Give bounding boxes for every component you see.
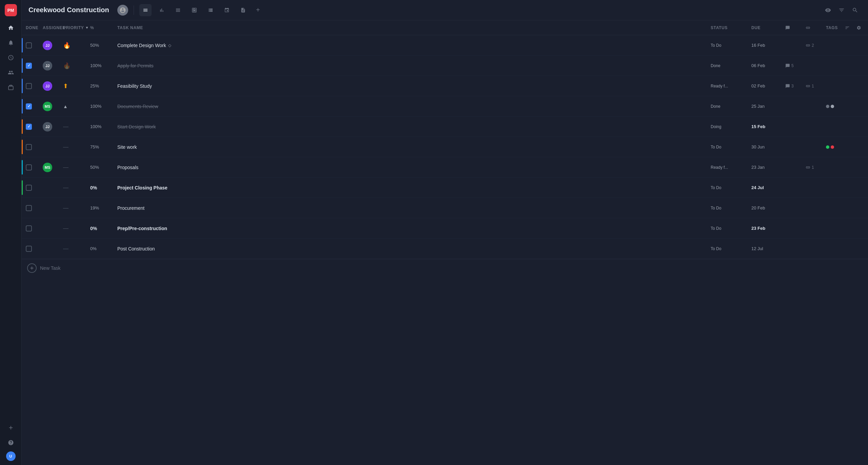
chart-view-button[interactable] (156, 4, 168, 16)
briefcase-icon (8, 84, 14, 90)
task-name[interactable]: Start Design Work (117, 124, 156, 129)
due-date: 16 Feb (751, 43, 765, 48)
task-checkbox[interactable] (26, 63, 32, 69)
task-checkbox[interactable] (26, 164, 32, 170)
task-name[interactable]: Post Construction (117, 246, 155, 251)
table-row[interactable]: JJ—100%Start Design WorkDoing15 Feb (22, 117, 868, 137)
priority-icon: ⬆ (63, 82, 68, 90)
menu-view-button[interactable] (172, 4, 184, 16)
status-badge[interactable]: Doing (711, 124, 721, 130)
col-priority[interactable]: PRIORITY ▼ (62, 25, 89, 30)
assignee-avatar[interactable]: JJ (43, 41, 52, 50)
table-row[interactable]: JJ⬆25%Feasibility StudyReady f...02 Feb3… (22, 76, 868, 96)
assignee-avatar[interactable]: JJ (43, 61, 52, 70)
assignee-avatar[interactable]: MS (43, 102, 52, 111)
sidebar-item-briefcase[interactable] (5, 81, 17, 94)
status-badge[interactable]: To Do (711, 42, 721, 48)
status-badge[interactable]: Ready f... (711, 164, 728, 170)
tags-cell (825, 105, 865, 108)
eye-button[interactable] (822, 4, 834, 16)
sidebar-item-notifications[interactable] (5, 37, 17, 49)
table-row[interactable]: —19%ProcurementTo Do20 Feb (22, 198, 868, 218)
table-row[interactable]: —75%Site workTo Do30 Jun (22, 137, 868, 157)
task-checkbox[interactable] (26, 185, 32, 191)
link-icon (806, 43, 810, 48)
table-row[interactable]: JJ🔥50%Complete Design Work◇To Do16 Feb2 (22, 35, 868, 56)
add-task-button[interactable] (27, 263, 37, 273)
status-badge[interactable]: To Do (711, 185, 721, 191)
sidebar-item-add[interactable] (5, 422, 17, 434)
status-badge[interactable]: To Do (711, 205, 721, 211)
task-name[interactable]: Documents Review (117, 104, 158, 109)
new-task-row[interactable]: New Task (22, 259, 868, 277)
task-checkbox[interactable] (26, 42, 32, 48)
task-checkbox[interactable] (26, 124, 32, 130)
task-checkbox[interactable] (26, 103, 32, 109)
task-name[interactable]: Apply for Permits (117, 63, 154, 68)
priority-cell: — (62, 225, 89, 231)
link-count: 2 (812, 43, 814, 48)
task-checkbox[interactable] (26, 246, 32, 252)
task-checkbox[interactable] (26, 225, 32, 231)
sidebar-item-clock[interactable] (5, 52, 17, 64)
assignee-avatar[interactable]: JJ (43, 122, 52, 132)
sidebar-bottom: U (5, 422, 17, 461)
search-button[interactable] (849, 4, 861, 16)
table-row[interactable]: —0%Post ConstructionTo Do12 Jul (22, 239, 868, 259)
row-left-bar (22, 201, 23, 215)
table-view-button[interactable] (188, 4, 200, 16)
row-left-bar (22, 140, 23, 154)
table-row[interactable]: JJ🔥100%Apply for PermitsDone06 Feb5 (22, 56, 868, 76)
table-row[interactable]: MS▲100%Documents ReviewDone25 Jan (22, 96, 868, 117)
status-badge[interactable]: To Do (711, 246, 721, 252)
status-badge[interactable]: To Do (711, 225, 721, 231)
user-avatar[interactable]: U (6, 451, 16, 461)
notifications-icon (8, 40, 14, 46)
task-checkbox[interactable] (26, 83, 32, 89)
doc-view-button[interactable] (237, 4, 249, 16)
priority-cell: — (62, 205, 89, 211)
list-view-button[interactable] (139, 4, 152, 16)
task-name[interactable]: Project Closing Phase (117, 185, 167, 190)
assignee-avatar[interactable]: MS (43, 163, 52, 172)
percent-cell: 0% (89, 226, 116, 231)
calendar-view-button[interactable] (221, 4, 233, 16)
table-row[interactable]: —0%Prep/Pre-constructionTo Do23 Feb (22, 218, 868, 239)
users-icon (8, 69, 14, 76)
assignee-avatar[interactable]: JJ (43, 81, 52, 91)
due-cell: 30 Jun (750, 144, 784, 149)
task-name[interactable]: Site work (117, 144, 137, 150)
task-name[interactable]: Feasibility Study (117, 83, 152, 89)
task-checkbox[interactable] (26, 205, 32, 211)
done-cell (24, 246, 41, 252)
status-badge[interactable]: Ready f... (711, 83, 728, 89)
sidebar-item-help[interactable] (5, 437, 17, 449)
table-row[interactable]: —0%Project Closing PhaseTo Do24 Jul (22, 178, 868, 198)
settings-button[interactable] (854, 23, 864, 33)
sidebar-item-home[interactable] (5, 22, 17, 34)
percent-value: 0% (90, 246, 97, 251)
percent-value: 50% (90, 165, 99, 170)
status-badge[interactable]: Done (711, 103, 721, 109)
percent-value: 100% (90, 63, 101, 68)
table-row[interactable]: MS—50%ProposalsReady f...23 Jan1 (22, 157, 868, 178)
status-badge[interactable]: To Do (711, 144, 721, 150)
pulse-view-button[interactable] (204, 4, 217, 16)
percent-value: 50% (90, 43, 99, 48)
task-name[interactable]: Prep/Pre-construction (117, 226, 167, 231)
row-left-bar (22, 58, 23, 73)
percent-value: 100% (90, 124, 101, 129)
priority-icon: — (63, 205, 68, 211)
task-name[interactable]: Procurement (117, 205, 144, 211)
status-cell: Done (709, 63, 750, 69)
task-name[interactable]: Complete Design Work (117, 43, 166, 48)
status-badge[interactable]: Done (711, 63, 721, 69)
diamond-icon: ◇ (168, 43, 171, 48)
sidebar-item-users[interactable] (5, 66, 17, 79)
sort-button[interactable] (842, 23, 852, 33)
done-cell (24, 103, 41, 109)
filter-button[interactable] (835, 4, 848, 16)
task-name[interactable]: Proposals (117, 165, 138, 170)
add-view-button[interactable]: + (253, 5, 263, 15)
task-checkbox[interactable] (26, 144, 32, 150)
